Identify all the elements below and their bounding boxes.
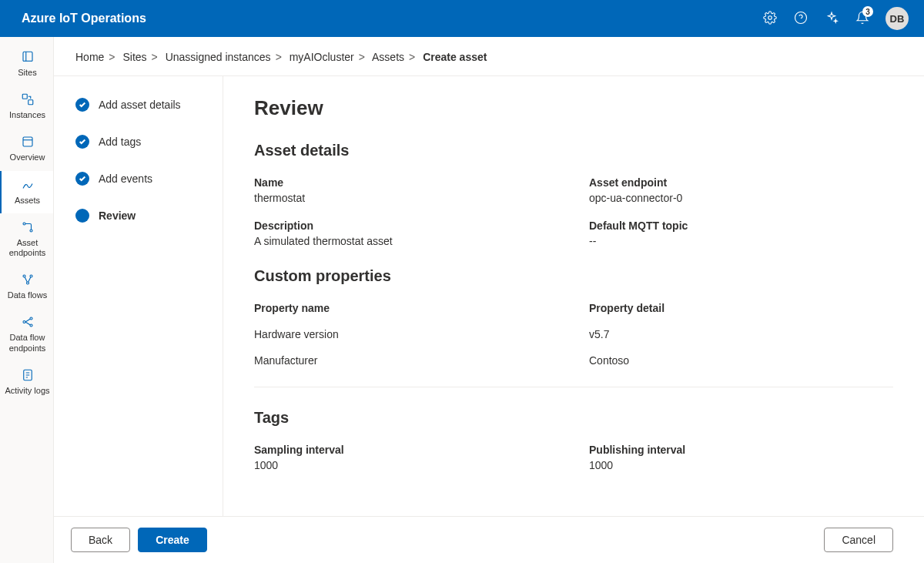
svg-point-12 xyxy=(30,317,32,320)
data-flow-endpoints-icon xyxy=(20,314,35,330)
rail-label: Sites xyxy=(18,68,36,78)
rail-label: Instances xyxy=(9,110,45,120)
mqtt-label: Default MQTT topic xyxy=(589,220,893,232)
divider xyxy=(254,387,893,387)
svg-point-13 xyxy=(30,324,32,327)
custom-properties-heading: Custom properties xyxy=(254,267,893,285)
asset-endpoints-icon xyxy=(20,220,35,235)
help-icon xyxy=(794,11,808,27)
crumb-sites[interactable]: Sites xyxy=(122,51,146,63)
crumb-cluster[interactable]: myAIOcluster xyxy=(290,51,354,63)
svg-point-9 xyxy=(30,275,32,277)
page-title: Review xyxy=(254,96,893,120)
property-row: Manufacturer Contoso xyxy=(254,354,893,367)
notifications-button[interactable]: 3 xyxy=(847,0,878,37)
tags-section: Tags Sampling interval 1000 Publishing i… xyxy=(254,409,893,471)
svg-rect-3 xyxy=(22,94,27,99)
data-flows-icon xyxy=(20,272,35,287)
crumb-assets[interactable]: Assets xyxy=(372,51,404,63)
help-button[interactable] xyxy=(785,0,816,37)
activity-logs-icon xyxy=(20,367,35,383)
rail-item-asset-endpoints[interactable]: Asset endpoints xyxy=(0,213,53,266)
property-detail: Contoso xyxy=(589,354,893,367)
wizard-step-events[interactable]: Add events xyxy=(75,172,207,186)
rail-label: Assets xyxy=(15,196,40,206)
wizard-steps: Add asset details Add tags Add events Re… xyxy=(54,76,223,516)
endpoint-value: opc-ua-connector-0 xyxy=(589,192,893,204)
rail-item-overview[interactable]: Overview xyxy=(0,128,53,170)
property-name: Hardware version xyxy=(254,328,558,340)
top-bar: Azure IoT Operations 3 DB xyxy=(0,0,924,37)
publishing-value: 1000 xyxy=(589,459,893,471)
back-button[interactable]: Back xyxy=(71,528,130,552)
gear-icon xyxy=(763,11,777,27)
cancel-button[interactable]: Cancel xyxy=(824,528,893,552)
description-label: Description xyxy=(254,220,558,232)
wizard-step-label: Review xyxy=(99,209,136,222)
sites-icon xyxy=(20,49,35,65)
rail-label: Asset endpoints xyxy=(5,238,50,258)
check-icon xyxy=(75,98,89,112)
wizard-step-label: Add asset details xyxy=(99,99,181,111)
sampling-label: Sampling interval xyxy=(254,444,558,456)
rail-label: Data flow endpoints xyxy=(5,333,50,353)
crumb-current: Create asset xyxy=(423,51,487,63)
asset-details-section: Asset details Name thermostat Asset endp… xyxy=(254,142,893,247)
check-icon xyxy=(75,172,89,186)
sparkle-icon xyxy=(825,11,839,27)
svg-point-0 xyxy=(768,15,772,19)
nav-rail: Sites Instances Overview Assets Asset en… xyxy=(0,37,54,563)
sampling-value: 1000 xyxy=(254,459,558,471)
content-scroll[interactable]: Review Asset details Name thermostat Ass… xyxy=(223,76,924,516)
current-step-icon xyxy=(75,209,89,223)
overview-icon xyxy=(20,134,35,149)
check-icon xyxy=(75,135,89,149)
wizard-step-details[interactable]: Add asset details xyxy=(75,98,207,112)
rail-item-instances[interactable]: Instances xyxy=(0,85,53,128)
user-avatar[interactable]: DB xyxy=(886,7,909,30)
svg-rect-4 xyxy=(28,100,32,105)
assets-icon xyxy=(20,177,35,193)
custom-properties-section: Custom properties Property name Property… xyxy=(254,267,893,367)
svg-rect-5 xyxy=(23,137,32,146)
endpoint-label: Asset endpoint xyxy=(589,176,893,189)
feedback-button[interactable] xyxy=(816,0,847,37)
instances-icon xyxy=(20,92,35,107)
asset-details-heading: Asset details xyxy=(254,142,893,159)
action-bar: Back Create Cancel xyxy=(54,516,924,563)
wizard-step-label: Add events xyxy=(99,173,152,185)
svg-point-10 xyxy=(26,282,28,284)
description-value: A simulated thermostat asset xyxy=(254,235,558,247)
rail-item-assets[interactable]: Assets xyxy=(0,171,53,213)
notifications-badge: 3 xyxy=(862,6,873,17)
name-label: Name xyxy=(254,176,558,189)
svg-point-7 xyxy=(30,230,32,232)
col-property-name: Property name xyxy=(254,302,558,314)
mqtt-value: -- xyxy=(589,235,893,247)
svg-point-6 xyxy=(23,223,25,225)
settings-button[interactable] xyxy=(755,0,785,37)
rail-item-data-flow-endpoints[interactable]: Data flow endpoints xyxy=(0,308,53,360)
name-value: thermostat xyxy=(254,192,558,204)
wizard-step-label: Add tags xyxy=(99,136,141,148)
tags-heading: Tags xyxy=(254,409,893,427)
property-name: Manufacturer xyxy=(254,354,558,367)
crumb-unassigned[interactable]: Unassigned instances xyxy=(166,51,271,63)
create-button[interactable]: Create xyxy=(138,528,207,552)
wizard-step-review[interactable]: Review xyxy=(75,209,207,223)
property-detail: v5.7 xyxy=(589,328,893,340)
crumb-home[interactable]: Home xyxy=(75,51,104,63)
app-brand: Azure IoT Operations xyxy=(22,12,146,25)
rail-item-activity-logs[interactable]: Activity logs xyxy=(0,361,53,404)
publishing-label: Publishing interval xyxy=(589,444,893,456)
wizard-step-tags[interactable]: Add tags xyxy=(75,135,207,149)
col-property-detail: Property detail xyxy=(589,302,893,314)
rail-item-sites[interactable]: Sites xyxy=(0,43,53,85)
svg-point-1 xyxy=(795,12,807,23)
svg-point-11 xyxy=(23,321,25,323)
rail-label: Data flows xyxy=(8,290,47,300)
svg-point-8 xyxy=(23,275,25,277)
breadcrumb: Home> Sites> Unassigned instances> myAIO… xyxy=(54,37,924,76)
rail-label: Activity logs xyxy=(5,386,49,396)
rail-item-data-flows[interactable]: Data flows xyxy=(0,266,53,308)
